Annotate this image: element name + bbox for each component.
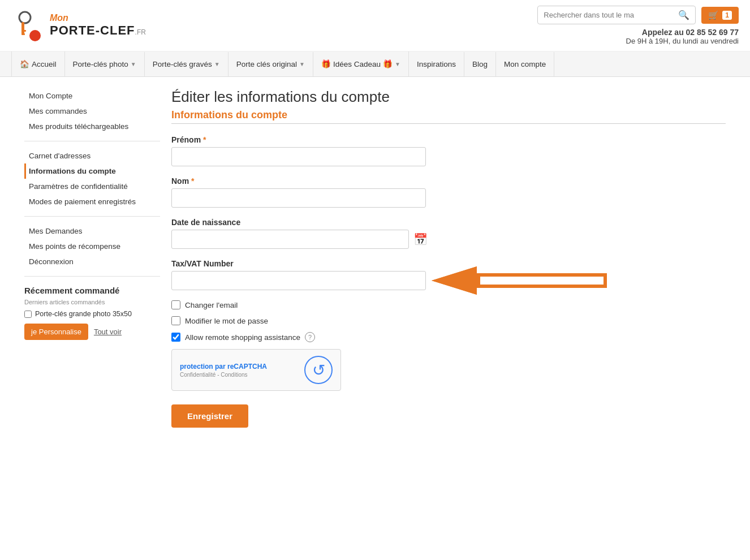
personnalise-button[interactable]: je Personnalise xyxy=(24,324,88,340)
nav-inspirations-label: Inspirations xyxy=(417,60,456,68)
recently-ordered-title: Récemment commandé xyxy=(24,286,160,295)
header-right-top: 🔍 🛒 1 xyxy=(537,6,739,24)
sidebar-item-deconnexion[interactable]: Déconnexion xyxy=(24,254,160,269)
date-group: Date de naissance 📅 xyxy=(171,218,726,249)
nav-portes-cles-graves-label: Porte-clés gravés xyxy=(153,60,212,68)
recaptcha-title: protection par reCAPTCHA xyxy=(180,363,267,371)
sidebar-item-mon-compte[interactable]: Mon Compte xyxy=(24,88,160,104)
sidebar-item-parametres[interactable]: Paramètres de confidentialité xyxy=(24,179,160,194)
logo-mon: Mon xyxy=(50,13,146,23)
svg-point-0 xyxy=(19,12,31,23)
sidebar-item-mes-demandes[interactable]: Mes Demandes xyxy=(24,223,160,239)
change-email-label[interactable]: Changer l'email xyxy=(185,301,238,309)
gift-icon-right: 🎁 xyxy=(383,59,393,68)
logo-porte-clef: PORTE-CLEF xyxy=(50,23,135,37)
home-icon: 🏠 xyxy=(20,59,29,68)
svg-rect-3 xyxy=(21,33,25,35)
logo-icon xyxy=(11,8,45,42)
tax-group: Tax/VAT Number xyxy=(171,259,726,290)
cart-button[interactable]: 🛒 1 xyxy=(701,7,739,24)
logo-text: Mon PORTE-CLEF.FR xyxy=(50,13,146,38)
sidebar-item-mes-commandes[interactable]: Mes commandes xyxy=(24,104,160,119)
remote-shopping-label[interactable]: Allow remote shopping assistance xyxy=(185,333,300,342)
svg-rect-9 xyxy=(480,277,604,285)
nav-portes-cles-photo[interactable]: Porte-clés photo ▼ xyxy=(65,52,145,76)
change-password-label[interactable]: Modifier le mot de passe xyxy=(185,317,268,325)
recaptcha-left: protection par reCAPTCHA Confidentialité… xyxy=(180,363,304,378)
nav-blog[interactable]: Blog xyxy=(464,52,496,76)
section-title: Informations du compte xyxy=(171,109,726,121)
submit-button[interactable]: Enregistrer xyxy=(171,404,248,428)
search-icon: 🔍 xyxy=(678,10,689,20)
product-checkbox[interactable] xyxy=(24,311,32,318)
content-wrap: Mon Compte Mes commandes Mes produits té… xyxy=(13,77,737,439)
recaptcha-widget: protection par reCAPTCHA Confidentialité… xyxy=(171,349,341,391)
sidebar-item-modes-paiement[interactable]: Modes de paiement enregistrés xyxy=(24,194,160,209)
nav-mon-compte-label: Mon compte xyxy=(504,60,546,68)
header: Mon PORTE-CLEF.FR 🔍 🛒 1 Appelez au 02 85… xyxy=(0,0,750,51)
nav-portes-cles-original[interactable]: Porte clés original ▼ xyxy=(229,52,313,76)
page-title: Éditer les informations du compte xyxy=(171,88,726,106)
nav-inspirations[interactable]: Inspirations xyxy=(409,52,464,76)
nav-idees-cadeau[interactable]: 🎁 Idées Cadeau 🎁 ▼ xyxy=(313,51,409,76)
tax-input[interactable] xyxy=(171,271,426,290)
tout-voir-button[interactable]: Tout voir xyxy=(94,328,122,336)
nav-portes-cles-original-label: Porte clés original xyxy=(236,60,297,68)
prenom-group: Prénom * xyxy=(171,135,726,166)
gift-icon-left: 🎁 xyxy=(321,59,331,68)
nom-label: Nom * xyxy=(171,176,726,186)
change-password-checkbox[interactable] xyxy=(171,316,180,325)
prenom-input[interactable] xyxy=(171,147,426,166)
svg-rect-1 xyxy=(21,22,24,35)
sidebar-section-1: Mon Compte Mes commandes Mes produits té… xyxy=(24,88,160,141)
remote-shopping-checkbox[interactable] xyxy=(171,333,180,342)
nom-input[interactable] xyxy=(171,188,426,208)
main-content: Éditer les informations du compte Inform… xyxy=(171,88,726,428)
help-icon[interactable]: ? xyxy=(305,332,315,342)
recaptcha-branding: protection par reCAPTCHA xyxy=(180,363,304,371)
sidebar-section-2: Carnet d'adresses Informations du compte… xyxy=(24,148,160,217)
recaptcha-spinner: ↺ xyxy=(304,356,333,384)
nav-accueil[interactable]: 🏠 Accueil xyxy=(11,51,65,76)
nav-blog-label: Blog xyxy=(472,60,488,68)
chevron-down-icon-2: ▼ xyxy=(214,61,220,67)
date-input[interactable] xyxy=(171,230,409,249)
sidebar-actions: je Personnalise Tout voir xyxy=(24,324,160,340)
date-wrap: 📅 xyxy=(171,230,726,249)
change-password-group: Modifier le mot de passe xyxy=(171,316,726,325)
sidebar-item-mes-points[interactable]: Mes points de récompense xyxy=(24,239,160,254)
svg-point-4 xyxy=(29,30,41,41)
nom-group: Nom * xyxy=(171,176,726,208)
nav-portes-cles-graves[interactable]: Porte-clés gravés ▼ xyxy=(145,52,229,76)
nom-required: * xyxy=(191,176,194,186)
change-email-group: Changer l'email xyxy=(171,300,726,309)
svg-rect-2 xyxy=(21,30,26,32)
sidebar-item-informations-compte[interactable]: Informations du compte xyxy=(24,163,160,179)
nav-idees-cadeau-label: Idées Cadeau xyxy=(333,60,381,68)
sidebar-item-carnet-adresses[interactable]: Carnet d'adresses xyxy=(24,148,160,163)
product-name: Porte-clés grande photo 35x50 xyxy=(35,310,132,318)
cart-icon: 🛒 xyxy=(708,10,719,20)
remote-shopping-group: Allow remote shopping assistance ? xyxy=(171,332,726,342)
logo-area: Mon PORTE-CLEF.FR xyxy=(11,8,146,42)
change-email-checkbox[interactable] xyxy=(171,300,180,309)
nav-portes-cles-photo-label: Porte-clés photo xyxy=(73,60,128,68)
section-divider xyxy=(171,123,726,124)
chevron-down-icon-3: ▼ xyxy=(299,61,305,67)
search-input[interactable] xyxy=(544,11,678,19)
recently-ordered: Récemment commandé Derniers articles com… xyxy=(24,286,160,340)
product-item: Porte-clés grande photo 35x50 xyxy=(24,310,160,318)
calendar-icon[interactable]: 📅 xyxy=(413,232,428,246)
recently-ordered-subtitle: Derniers articles commandés xyxy=(24,299,160,305)
recaptcha-links: Confidentialité - Conditions xyxy=(180,372,304,378)
sidebar-item-mes-produits[interactable]: Mes produits téléchargeables xyxy=(24,119,160,134)
cart-badge: 1 xyxy=(722,11,732,20)
chevron-down-icon: ▼ xyxy=(131,61,136,67)
search-box[interactable]: 🔍 xyxy=(537,6,696,24)
main-nav: 🏠 Accueil Porte-clés photo ▼ Porte-clés … xyxy=(0,51,750,77)
phone-hours: De 9H à 19H, du lundi au vendredi xyxy=(626,37,739,45)
prenom-required: * xyxy=(203,135,206,144)
nav-mon-compte[interactable]: Mon compte xyxy=(496,52,554,76)
recaptcha-icon: ↺ xyxy=(312,361,325,380)
arrow-container xyxy=(171,271,726,290)
